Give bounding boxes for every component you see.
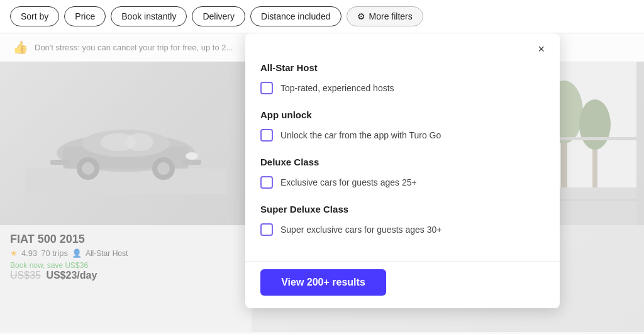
deluxe-class-option-label: Exclusive cars for guests ages 25+	[280, 177, 417, 187]
app-unlock-title: App unlock	[260, 109, 545, 120]
view-results-button[interactable]: View 200+ results	[260, 269, 386, 296]
filter-bar: Sort by Price Book instantly Delivery Di…	[0, 0, 644, 33]
allstar-host-title: All-Star Host	[260, 62, 545, 73]
app-unlock-option: Unlock the car from the app with Turo Go	[260, 126, 545, 144]
super-deluxe-option-label: Super exclusive cars for guests ages 30+	[280, 225, 441, 235]
app-unlock-checkbox[interactable]	[260, 129, 273, 142]
close-button[interactable]: ×	[533, 41, 550, 57]
more-filters-dropdown: × All-Star Host Top-rated, experienced h…	[245, 33, 560, 308]
super-deluxe-option: Super exclusive cars for guests ages 30+	[260, 221, 545, 238]
more-filters-button[interactable]: ⚙ More filters	[347, 6, 423, 26]
filter-section-deluxe: Deluxe Class Exclusive cars for guests a…	[260, 157, 545, 191]
deluxe-class-checkbox[interactable]	[260, 176, 273, 189]
book-instantly-button[interactable]: Book instantly	[111, 6, 187, 26]
app-unlock-option-label: Unlock the car from the app with Turo Go	[280, 130, 441, 140]
filter-section-allstar: All-Star Host Top-rated, experienced hos…	[260, 62, 545, 97]
deluxe-class-title: Deluxe Class	[260, 157, 545, 167]
distance-included-button[interactable]: Distance included	[250, 6, 341, 26]
allstar-checkbox[interactable]	[260, 82, 273, 94]
filter-section-appunlock: App unlock Unlock the car from the app w…	[260, 109, 545, 144]
super-deluxe-checkbox[interactable]	[260, 223, 273, 236]
allstar-option-label: Top-rated, experienced hosts	[280, 83, 394, 93]
dropdown-body[interactable]: All-Star Host Top-rated, experienced hos…	[245, 57, 560, 261]
super-deluxe-title: Super Deluxe Class	[260, 204, 545, 214]
allstar-host-option: Top-rated, experienced hosts	[260, 79, 545, 97]
sliders-icon: ⚙	[357, 11, 365, 21]
price-button[interactable]: Price	[64, 6, 106, 26]
sort-by-button[interactable]: Sort by	[10, 6, 59, 26]
main-content: 👍 Don't stress: you can cancel your trip…	[0, 33, 644, 332]
delivery-button[interactable]: Delivery	[192, 6, 245, 26]
dropdown-header: ×	[245, 33, 560, 57]
dropdown-footer: View 200+ results	[245, 261, 560, 308]
deluxe-class-option: Exclusive cars for guests ages 25+	[260, 174, 545, 191]
filter-section-superdeluxe: Super Deluxe Class Super exclusive cars …	[260, 204, 545, 238]
